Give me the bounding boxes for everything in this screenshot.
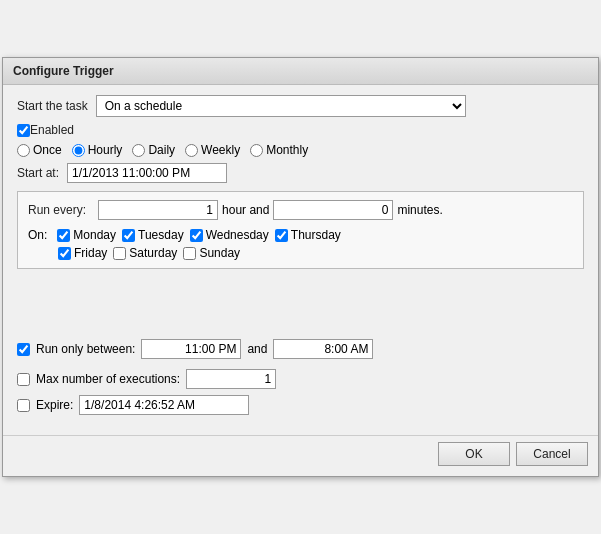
radio-hourly: Hourly (72, 143, 123, 157)
run-only-checkbox[interactable] (17, 343, 30, 356)
spacer (17, 279, 584, 339)
ok-button[interactable]: OK (438, 442, 510, 466)
radio-hourly-input[interactable] (72, 144, 85, 157)
dialog-title: Configure Trigger (3, 58, 598, 85)
enabled-label[interactable]: Enabled (30, 123, 74, 137)
run-every-input[interactable] (98, 200, 218, 220)
day-tuesday: Tuesday (122, 228, 184, 242)
sunday-checkbox[interactable] (183, 247, 196, 260)
day-friday: Friday (58, 246, 107, 260)
tuesday-label[interactable]: Tuesday (138, 228, 184, 242)
friday-label[interactable]: Friday (74, 246, 107, 260)
run-every-label: Run every: (28, 203, 86, 217)
max-exec-checkbox[interactable] (17, 373, 30, 386)
on-days-row1: On: Monday Tuesday Wednesday Thursday (28, 228, 573, 242)
saturday-checkbox[interactable] (113, 247, 126, 260)
cancel-button[interactable]: Cancel (516, 442, 588, 466)
wednesday-label[interactable]: Wednesday (206, 228, 269, 242)
dialog-body: Start the task On a schedule Enabled Onc… (3, 85, 598, 435)
monday-label[interactable]: Monday (73, 228, 116, 242)
radio-weekly-label[interactable]: Weekly (201, 143, 240, 157)
expire-checkbox[interactable] (17, 399, 30, 412)
radio-once-label[interactable]: Once (33, 143, 62, 157)
wednesday-checkbox[interactable] (190, 229, 203, 242)
max-exec-input[interactable] (186, 369, 276, 389)
configure-trigger-dialog: Configure Trigger Start the task On a sc… (2, 57, 599, 477)
day-sunday: Sunday (183, 246, 240, 260)
day-saturday: Saturday (113, 246, 177, 260)
monday-checkbox[interactable] (57, 229, 70, 242)
schedule-inner-box: Run every: hour and minutes. On: Monday … (17, 191, 584, 269)
run-only-label[interactable]: Run only between: (36, 342, 135, 356)
saturday-label[interactable]: Saturday (129, 246, 177, 260)
tuesday-checkbox[interactable] (122, 229, 135, 242)
radio-once: Once (17, 143, 62, 157)
expire-label[interactable]: Expire: (36, 398, 73, 412)
run-only-and: and (247, 342, 267, 356)
expire-input[interactable] (79, 395, 249, 415)
radio-monthly-input[interactable] (250, 144, 263, 157)
expire-row: Expire: (17, 395, 584, 415)
enabled-checkbox[interactable] (17, 124, 30, 137)
run-every-row: Run every: hour and minutes. (28, 200, 573, 220)
day-monday: Monday (57, 228, 116, 242)
button-row: OK Cancel (3, 435, 598, 476)
run-every-unit: hour and (222, 203, 269, 217)
day-thursday: Thursday (275, 228, 341, 242)
run-only-start-input[interactable] (141, 339, 241, 359)
radio-monthly-label[interactable]: Monthly (266, 143, 308, 157)
thursday-label[interactable]: Thursday (291, 228, 341, 242)
radio-hourly-label[interactable]: Hourly (88, 143, 123, 157)
start-at-input[interactable] (67, 163, 227, 183)
start-task-row: Start the task On a schedule (17, 95, 584, 117)
run-only-end-input[interactable] (273, 339, 373, 359)
max-exec-row: Max number of executions: (17, 369, 584, 389)
friday-checkbox[interactable] (58, 247, 71, 260)
run-every-unit2: minutes. (397, 203, 442, 217)
thursday-checkbox[interactable] (275, 229, 288, 242)
run-only-row: Run only between: and (17, 339, 584, 359)
radio-once-input[interactable] (17, 144, 30, 157)
max-exec-label[interactable]: Max number of executions: (36, 372, 180, 386)
enabled-row: Enabled (17, 123, 584, 137)
run-every-minutes-input[interactable] (273, 200, 393, 220)
start-at-label: Start at: (17, 166, 59, 180)
radio-weekly-input[interactable] (185, 144, 198, 157)
on-label: On: (28, 228, 47, 242)
radio-monthly: Monthly (250, 143, 308, 157)
on-days-row2: Friday Saturday Sunday (28, 246, 573, 260)
radio-daily-input[interactable] (132, 144, 145, 157)
radio-daily: Daily (132, 143, 175, 157)
frequency-radio-row: Once Hourly Daily Weekly Monthly (17, 143, 584, 157)
sunday-label[interactable]: Sunday (199, 246, 240, 260)
start-at-row: Start at: (17, 163, 584, 183)
day-wednesday: Wednesday (190, 228, 269, 242)
radio-daily-label[interactable]: Daily (148, 143, 175, 157)
schedule-type-select[interactable]: On a schedule (96, 95, 466, 117)
start-task-label: Start the task (17, 99, 88, 113)
radio-weekly: Weekly (185, 143, 240, 157)
